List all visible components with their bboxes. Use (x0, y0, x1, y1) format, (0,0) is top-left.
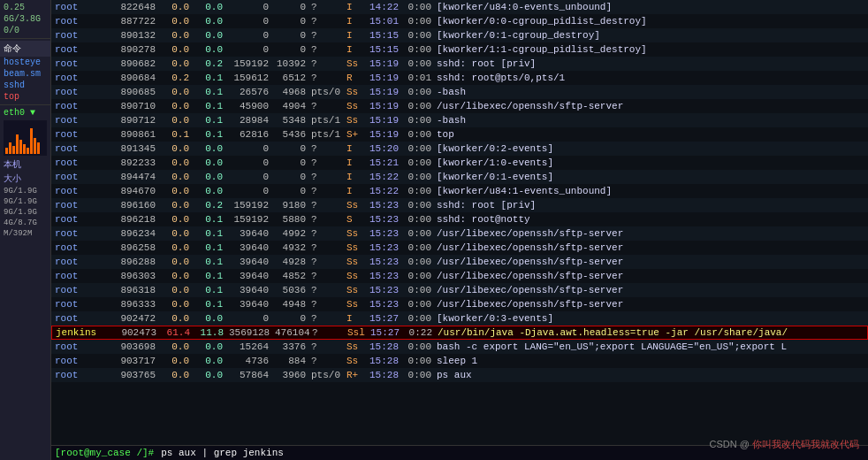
table-row: root 896318 0.0 0.1 39640 5036 ? Ss 15:2… (51, 283, 868, 297)
col-start: 15:19 (369, 73, 403, 83)
col-mem: 0.2 (194, 58, 228, 69)
table-row: root 902472 0.0 0.0 0 0 ? I 15:27 0:00 [… (51, 311, 868, 326)
col-pid: 896333 (115, 299, 161, 310)
shell-prompt: [root@my_case /]# (55, 448, 154, 458)
col-time: 0:00 (403, 313, 437, 324)
col-vsz: 159192 (228, 200, 274, 211)
col-tty: ? (311, 242, 346, 253)
sidebar-hosteye[interactable]: hosteye (0, 57, 50, 68)
col-command: top (437, 129, 864, 140)
col-mem: 0.0 (194, 186, 228, 196)
col-vsz: 159192 (228, 214, 274, 225)
col-tty: ? (311, 228, 346, 239)
col-vsz: 159612 (228, 73, 274, 83)
col-time: 0:22 (404, 327, 438, 338)
col-tty: ? (311, 101, 346, 111)
col-pid: 890685 (115, 87, 161, 97)
table-row: root 896303 0.0 0.1 39640 4852 ? Ss 15:2… (51, 269, 868, 283)
col-cpu: 0.0 (161, 186, 194, 196)
col-mem: 0.0 (194, 16, 228, 27)
col-pid: 903765 (115, 370, 161, 380)
col-vsz: 0 (228, 186, 274, 196)
col-command: -bash (437, 115, 864, 126)
col-stat: Ss (346, 87, 369, 97)
col-user: root (55, 228, 115, 239)
col-mem: 0.0 (194, 341, 228, 352)
col-command: sshd: root@notty (437, 214, 864, 225)
col-pid: 887722 (115, 16, 161, 27)
col-mem: 0.1 (194, 228, 228, 239)
col-rss: 5880 (274, 214, 311, 225)
col-time: 0:00 (403, 341, 437, 352)
col-pid: 890684 (115, 73, 161, 83)
col-stat: I (346, 186, 369, 196)
col-stat: S+ (346, 129, 369, 140)
col-mem: 0.1 (194, 271, 228, 281)
table-row: root 822648 0.0 0.0 0 0 ? I 14:22 0:00 [… (51, 0, 868, 14)
col-mem: 0.1 (194, 87, 228, 97)
col-tty: ? (311, 73, 346, 83)
col-command: sshd: root [priv] (437, 200, 864, 211)
col-stat: I (346, 172, 369, 182)
col-cpu: 0.0 (161, 370, 194, 380)
sidebar-beam[interactable]: beam.sm (0, 68, 50, 80)
col-stat: I (346, 157, 369, 168)
col-start: 15:19 (369, 101, 403, 111)
col-pid: 903698 (115, 341, 161, 352)
col-mem: 0.1 (194, 115, 228, 126)
col-rss: 5036 (274, 285, 311, 295)
col-user: root (55, 356, 115, 366)
col-time: 0:00 (403, 143, 437, 154)
sidebar-sshd[interactable]: sshd (0, 80, 50, 91)
col-start: 15:23 (369, 200, 403, 211)
col-mem: 0.0 (194, 157, 228, 168)
col-user: root (55, 87, 115, 97)
col-time: 0:00 (403, 115, 437, 126)
table-row: root 896160 0.0 0.2 159192 9180 ? Ss 15:… (51, 198, 868, 212)
col-time: 0:00 (403, 356, 437, 366)
col-mem: 0.1 (194, 285, 228, 295)
col-stat: I (346, 16, 369, 27)
sidebar-eth[interactable]: eth0 ▼ (0, 107, 50, 119)
col-time: 0:00 (403, 370, 437, 380)
col-stat: Ss (346, 115, 369, 126)
col-start: 15:23 (369, 285, 403, 295)
table-row: root 903717 0.0 0.0 4736 884 ? Ss 15:28 … (51, 354, 868, 368)
network-chart (4, 120, 47, 156)
col-command: [kworker/u84:0-events_unbound] (437, 2, 864, 12)
col-pid: 896303 (115, 271, 161, 281)
col-command: [kworker/u84:1-events_unbound] (437, 186, 864, 196)
col-mem: 0.0 (194, 370, 228, 380)
col-time: 0:00 (403, 16, 437, 27)
col-mem: 0.1 (194, 257, 228, 267)
col-user: root (55, 58, 115, 69)
col-rss: 9180 (274, 200, 311, 211)
col-rss: 0 (274, 143, 311, 154)
table-row: root 896234 0.0 0.1 39640 4992 ? Ss 15:2… (51, 226, 868, 241)
col-cpu: 0.1 (161, 129, 194, 140)
col-cpu: 0.0 (161, 356, 194, 366)
col-command: [kworker/0:2-events] (437, 143, 864, 154)
col-rss: 4904 (274, 101, 311, 111)
col-time: 0:00 (403, 30, 437, 41)
col-vsz: 62816 (228, 129, 274, 140)
col-mem: 0.1 (194, 129, 228, 140)
col-mem: 0.0 (194, 172, 228, 182)
col-vsz: 39640 (228, 257, 274, 267)
col-stat: Ss (346, 285, 369, 295)
col-rss: 4992 (274, 228, 311, 239)
col-start: 15:23 (369, 271, 403, 281)
col-command: /usr/libexec/openssh/sftp-server (437, 101, 864, 111)
col-vsz: 39640 (228, 271, 274, 281)
col-pid: 896218 (115, 214, 161, 225)
table-row: root 892233 0.0 0.0 0 0 ? I 15:21 0:00 [… (51, 156, 868, 170)
col-user: root (55, 143, 115, 154)
col-user: jenkins (56, 327, 116, 338)
col-pid: 890861 (115, 129, 161, 140)
table-row: root 887722 0.0 0.0 0 0 ? I 15:01 0:00 [… (51, 14, 868, 28)
col-rss: 0 (274, 172, 311, 182)
sidebar-top[interactable]: top (0, 91, 50, 103)
col-pid: 896160 (115, 200, 161, 211)
col-stat: R (346, 73, 369, 83)
sidebar-cmd-label: 命令 (0, 41, 50, 57)
